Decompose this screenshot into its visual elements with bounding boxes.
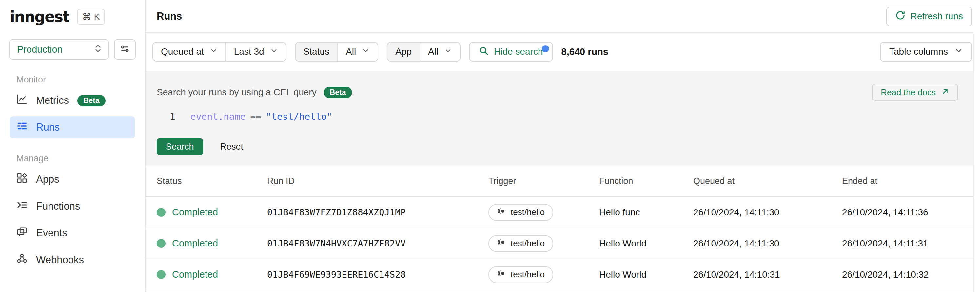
refresh-runs-button[interactable]: Refresh runs — [886, 6, 972, 26]
trigger-cell: test/hello — [488, 235, 599, 252]
status-dot-icon — [157, 239, 165, 248]
main-area: Runs Refresh runs Queued at Last 3d — [146, 0, 980, 292]
hide-search-button[interactable]: Hide search — [469, 42, 553, 62]
cel-query-code: event.name=="test/hello" — [191, 111, 332, 122]
panel-buttons-row: Search Reset — [157, 138, 958, 155]
sidebar-item-label: Runs — [36, 121, 60, 133]
sidebar-item-webhooks[interactable]: Webhooks — [10, 249, 135, 271]
table-row[interactable]: Completed 01JB4F69WE9393EERE16C14S28 tes… — [146, 259, 973, 290]
status-label: Completed — [172, 207, 218, 218]
app-window: inngest ⌘ K Production Monitor — [0, 0, 980, 292]
search-button[interactable]: Search — [157, 138, 203, 155]
trigger-cell: test/hello — [488, 266, 599, 283]
status-cell: Completed — [157, 269, 267, 280]
chevron-down-icon — [362, 46, 370, 57]
column-header-status: Status — [157, 176, 267, 186]
trigger-pill[interactable]: test/hello — [488, 204, 553, 221]
queued-at-value: 26/10/2024, 14:11:30 — [693, 238, 842, 249]
queued-at-value: 26/10/2024, 14:11:30 — [693, 207, 842, 218]
runs-count: 8,640 runs — [562, 46, 608, 57]
apps-grid-icon — [16, 173, 27, 186]
chevron-down-icon — [955, 46, 963, 57]
trigger-name: test/hello — [511, 238, 545, 248]
column-header-queued-at: Queued at — [693, 176, 842, 186]
cel-search-panel: Search your runs by using a CEL query Be… — [146, 71, 973, 166]
code-token-operator: == — [250, 111, 261, 122]
sidebar-section-manage: Manage — [0, 154, 145, 163]
time-field-value: Queued at — [161, 46, 204, 57]
sidebar-item-label: Metrics — [36, 95, 69, 106]
read-the-docs-button[interactable]: Read the docs — [872, 84, 958, 101]
column-header-run-id: Run ID — [267, 176, 488, 186]
run-id[interactable]: 01JB4F69WE9393EERE16C14S28 — [267, 270, 488, 279]
function-name: Hello func — [599, 207, 693, 218]
code-token-ident: name — [224, 111, 245, 122]
runs-table: Status Run ID Trigger Function Queued at… — [146, 166, 973, 292]
sidebar-item-label: Apps — [36, 173, 59, 185]
chevron-down-icon — [270, 46, 278, 57]
chevron-down-icon — [444, 46, 452, 57]
status-label: Completed — [172, 269, 218, 280]
sidebar-item-label: Events — [36, 227, 67, 239]
sidebar-item-events[interactable]: Events — [10, 222, 135, 244]
webhook-icon — [16, 253, 27, 267]
ended-at-value: 26/10/2024, 14:11:36 — [842, 207, 973, 218]
chevron-down-icon — [210, 46, 218, 57]
logo-row: inngest ⌘ K — [0, 0, 145, 25]
sidebar-item-metrics[interactable]: Metrics Beta — [10, 89, 135, 112]
time-filter: Queued at Last 3d — [153, 42, 286, 62]
event-trigger-icon — [497, 269, 506, 280]
beta-badge: Beta — [77, 95, 105, 106]
cel-query-editor[interactable]: 1 event.name=="test/hello" — [157, 110, 958, 124]
trigger-pill[interactable]: test/hello — [488, 235, 553, 252]
queued-at-value: 26/10/2024, 14:10:31 — [693, 270, 842, 280]
environment-settings-button[interactable] — [114, 39, 136, 60]
environment-row: Production — [0, 39, 145, 60]
function-name: Hello World — [599, 238, 693, 249]
event-trigger-icon — [497, 238, 506, 249]
column-header-trigger: Trigger — [488, 176, 599, 186]
function-name: Hello World — [599, 270, 693, 280]
up-down-chevron-icon — [93, 44, 103, 56]
time-field-dropdown[interactable]: Queued at — [153, 43, 226, 61]
sidebar-item-functions[interactable]: Functions — [10, 195, 135, 217]
table-row[interactable]: Completed 01JB4F83W7FZ7D1Z884XZQJ1MP tes… — [146, 197, 973, 228]
table-columns-button[interactable]: Table columns — [880, 42, 972, 62]
sidebar-section-monitor: Monitor — [0, 75, 145, 85]
time-range-value: Last 3d — [234, 46, 264, 57]
status-filter-value: All — [346, 46, 356, 57]
scrollbar-gutter[interactable] — [973, 34, 980, 292]
chart-icon — [16, 94, 27, 107]
search-icon — [479, 46, 489, 58]
environment-value: Production — [17, 44, 63, 55]
sidebar: inngest ⌘ K Production Monitor — [0, 0, 146, 292]
page-title: Runs — [157, 11, 182, 22]
status-filter-dropdown[interactable]: All — [337, 43, 377, 61]
sidebar-item-runs[interactable]: Runs — [10, 116, 135, 138]
reset-button[interactable]: Reset — [220, 142, 243, 152]
status-dot-icon — [157, 208, 165, 217]
app-filter-value: All — [428, 46, 438, 57]
trigger-pill[interactable]: test/hello — [488, 266, 553, 283]
table-row[interactable]: Completed 01JB4F83W7N4HVXC7A7HZE82VV tes… — [146, 228, 973, 259]
run-id[interactable]: 01JB4F83W7FZ7D1Z884XZQJ1MP — [267, 207, 488, 217]
app-filter-dropdown[interactable]: All — [420, 43, 460, 61]
command-k-shortcut[interactable]: ⌘ K — [77, 9, 105, 25]
external-link-icon — [941, 87, 950, 98]
column-header-ended-at: Ended at — [842, 176, 973, 186]
status-dot-icon — [157, 270, 165, 279]
table-columns-label: Table columns — [889, 46, 948, 57]
sidebar-item-apps[interactable]: Apps — [10, 168, 135, 190]
refresh-runs-label: Refresh runs — [910, 11, 963, 22]
read-the-docs-label: Read the docs — [881, 87, 936, 98]
app-filter: App All — [387, 42, 460, 62]
time-range-dropdown[interactable]: Last 3d — [226, 43, 286, 61]
filter-bar: Queued at Last 3d Status All — [146, 33, 980, 71]
status-cell: Completed — [157, 238, 267, 249]
environment-select[interactable]: Production — [9, 39, 109, 60]
run-id[interactable]: 01JB4F83W7N4HVXC7A7HZE82VV — [267, 238, 488, 248]
editor-line-number: 1 — [170, 111, 175, 122]
beta-badge: Beta — [324, 87, 352, 98]
inngest-logo: inngest — [10, 8, 69, 25]
status-label: Completed — [172, 238, 218, 249]
